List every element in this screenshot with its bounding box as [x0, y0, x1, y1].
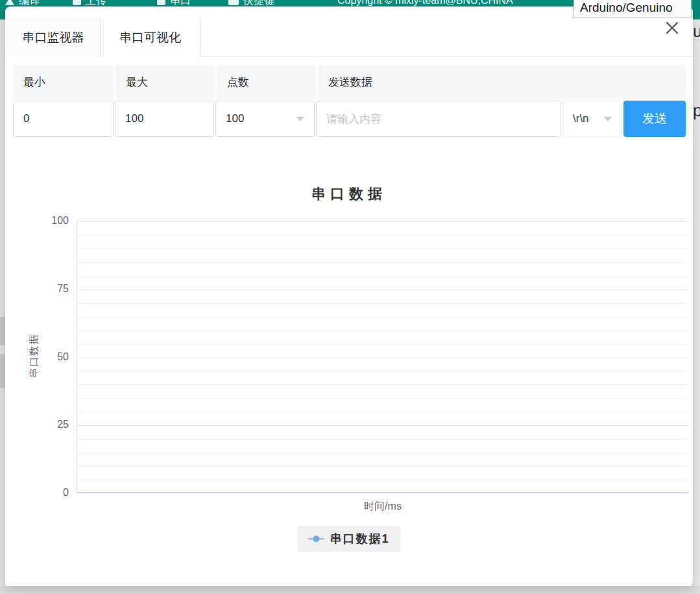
scrollbar-thumb[interactable]: [0, 317, 5, 345]
compile-icon: [5, 0, 14, 5]
gridline-minor: [77, 317, 689, 317]
close-icon: [664, 20, 680, 36]
max-value: 100: [125, 112, 143, 125]
header-send-data: 发送数据: [318, 65, 686, 99]
serial-dialog: 串口监视器 串口可视化 最小 最大 点数 发送数据 0 100 100: [5, 6, 693, 586]
legend-label: 串口数据1: [330, 531, 389, 547]
send-button[interactable]: 发送: [623, 101, 686, 137]
gridline-minor: [77, 480, 689, 480]
board-select-value: Arduino/Genuino: [580, 1, 673, 14]
chart-title: 串口数据: [5, 184, 693, 204]
send-content-input[interactable]: 请输入内容: [316, 101, 561, 137]
tab-label: 串口可视化: [119, 29, 181, 46]
gridline-minor: [77, 452, 689, 453]
min-input[interactable]: 0: [13, 101, 114, 137]
line-marker-icon: [308, 533, 324, 545]
gridline-minor: [77, 276, 689, 277]
plot-area: [77, 221, 689, 493]
gridline-minor: [77, 439, 689, 439]
gridline-minor: [77, 466, 689, 467]
close-button[interactable]: [664, 20, 680, 36]
gridline-major: [77, 221, 689, 222]
serial-icon: [157, 0, 165, 5]
gridline-minor: [77, 262, 689, 263]
y-tick-label: 25: [30, 419, 69, 430]
gridline-minor: [77, 249, 689, 249]
form-input-row: 0 100 100 请输入内容 \r\n 发送: [13, 101, 686, 137]
gridline-minor: [77, 371, 689, 371]
header-max: 最大: [115, 65, 215, 99]
y-tick-label: 0: [30, 487, 69, 499]
upload-icon: [73, 0, 81, 5]
gridline-minor: [77, 412, 689, 412]
header-min: 最小: [13, 65, 114, 99]
input-placeholder: 请输入内容: [326, 112, 381, 127]
x-axis-title: 时间/ms: [77, 500, 689, 514]
y-tick-label: 100: [30, 215, 69, 227]
tab-bar: 串口监视器 串口可视化: [5, 18, 693, 57]
shortcut-icon: [228, 0, 239, 5]
background-text-fragment: p: [693, 101, 700, 121]
chevron-down-icon: [296, 117, 304, 121]
points-value: 100: [226, 112, 244, 125]
min-value: 0: [23, 112, 29, 125]
y-tick-label: 50: [30, 351, 69, 363]
gridline-minor: [77, 384, 689, 385]
page-scrollbar[interactable]: [0, 19, 5, 594]
points-select[interactable]: 100: [215, 101, 315, 137]
gridline-minor: [77, 398, 689, 399]
page-background-bottom: [0, 586, 700, 594]
gridline-minor: [77, 303, 689, 304]
copyright-text: Copyright © mixly-team@BNU,CHINA: [337, 0, 513, 6]
tab-label: 串口监视器: [23, 29, 84, 46]
line-ending-value: \r\n: [573, 112, 589, 125]
form-header-row: 最小 最大 点数 发送数据: [13, 65, 686, 99]
gridline-major: [77, 425, 689, 426]
chevron-down-icon: [604, 117, 612, 121]
scrollbar-thumb[interactable]: [0, 354, 5, 388]
max-input[interactable]: 100: [115, 101, 214, 137]
background-text-fragment: u: [693, 21, 700, 42]
tab-serial-visualization[interactable]: 串口可视化: [101, 18, 200, 58]
gridline-minor: [77, 330, 689, 331]
gridline-minor: [77, 235, 689, 236]
gridline-major: [77, 290, 689, 290]
y-tick-label: 75: [30, 283, 69, 295]
gridline-major: [77, 358, 689, 358]
tab-serial-monitor[interactable]: 串口监视器: [6, 18, 101, 57]
header-points: 点数: [217, 65, 316, 99]
serial-plot-form: 最小 最大 点数 发送数据 0 100 100 请输入内容 \r\n 发送: [13, 65, 686, 137]
gridline-minor: [77, 344, 689, 345]
legend-item-series1[interactable]: 串口数据1: [297, 526, 400, 552]
line-ending-select[interactable]: \r\n: [562, 101, 622, 137]
board-select[interactable]: Arduino/Genuino: [573, 0, 692, 18]
